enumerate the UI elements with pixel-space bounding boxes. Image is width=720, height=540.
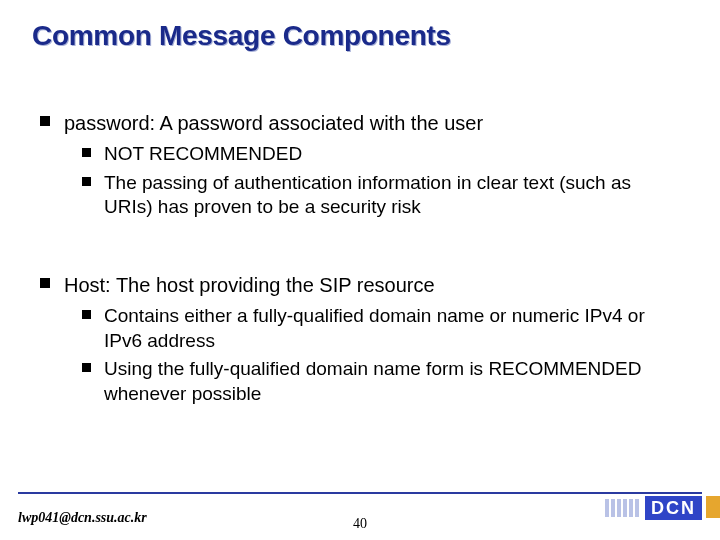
bullet-list-l2: NOT RECOMMENDED The passing of authentic… <box>82 142 680 220</box>
list-item-text: NOT RECOMMENDED <box>104 143 302 164</box>
list-item: password: A password associated with the… <box>40 110 680 220</box>
slide-title: Common Message Components <box>32 20 451 52</box>
footer-divider <box>18 492 702 494</box>
list-item-text: The passing of authentication informatio… <box>104 172 631 218</box>
list-item-text: Host: The host providing the SIP resourc… <box>64 274 435 296</box>
list-item-text: password: A password associated with the… <box>64 112 483 134</box>
bullet-list-l1: Host: The host providing the SIP resourc… <box>40 272 680 407</box>
list-item-text: Using the fully-qualified domain name fo… <box>104 358 641 404</box>
footer-page-number: 40 <box>353 516 367 532</box>
accent-bar <box>706 496 720 518</box>
list-item-text: Contains either a fully-qualified domain… <box>104 305 645 351</box>
footer-email: lwp041@dcn.ssu.ac.kr <box>18 510 147 526</box>
slide-content: password: A password associated with the… <box>40 110 680 433</box>
logo-text: DCN <box>645 496 702 520</box>
spacer <box>40 246 680 272</box>
list-item: Using the fully-qualified domain name fo… <box>82 357 680 406</box>
list-item: The passing of authentication informatio… <box>82 171 680 220</box>
list-item: NOT RECOMMENDED <box>82 142 680 167</box>
logo-bars-icon <box>605 499 639 517</box>
list-item: Host: The host providing the SIP resourc… <box>40 272 680 407</box>
slide: Common Message Components password: A pa… <box>0 0 720 540</box>
dcn-logo: DCN <box>605 496 702 520</box>
list-item: Contains either a fully-qualified domain… <box>82 304 680 353</box>
bullet-list-l2: Contains either a fully-qualified domain… <box>82 304 680 407</box>
bullet-list-l1: password: A password associated with the… <box>40 110 680 220</box>
